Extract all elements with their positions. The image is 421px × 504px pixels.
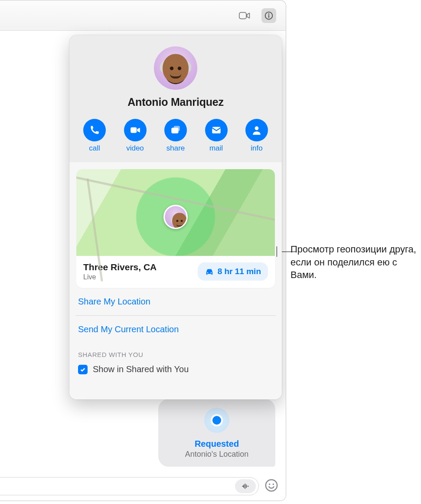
emoji-picker-button[interactable] — [265, 479, 278, 494]
directions-eta-button[interactable]: 8 hr 11 min — [198, 262, 268, 281]
details-popover: Antonio Manriquez call video share — [69, 35, 282, 399]
bubble-subtitle: Antonio's Location — [165, 450, 268, 459]
audio-record-button[interactable] — [235, 479, 256, 493]
action-call-label: call — [89, 144, 100, 153]
send-current-location-link[interactable]: Send My Current Location — [76, 316, 275, 343]
phone-icon — [83, 119, 106, 141]
location-dot-icon — [204, 408, 229, 433]
message-input[interactable] — [0, 477, 259, 495]
show-in-shared-toggle[interactable]: Show in Shared with You — [76, 363, 275, 381]
mail-icon — [205, 119, 228, 141]
action-share[interactable]: share — [159, 119, 192, 153]
popover-header: Antonio Manriquez — [69, 35, 282, 116]
action-call[interactable]: call — [78, 119, 111, 153]
video-icon — [124, 119, 147, 141]
svg-rect-7 — [131, 128, 137, 133]
location-place: Three Rivers, CA — [83, 262, 157, 272]
info-icon — [263, 11, 274, 20]
action-row: call video share mail — [69, 116, 282, 162]
contact-avatar[interactable] — [154, 46, 197, 90]
share-my-location-link[interactable]: Share My Location — [76, 288, 275, 315]
location-card[interactable]: Three Rivers, CA Live 8 hr 11 min — [76, 169, 275, 288]
shared-with-you-label: SHARED WITH YOU — [76, 343, 275, 363]
waveform-icon — [242, 482, 249, 490]
contact-name: Antonio Manriquez — [78, 96, 273, 108]
details-info-button[interactable] — [261, 8, 276, 23]
popover-body: Three Rivers, CA Live 8 hr 11 min Share … — [69, 162, 282, 399]
video-camera-icon — [239, 11, 250, 20]
action-share-label: share — [166, 144, 185, 153]
car-icon — [205, 268, 214, 275]
messages-window: Requested Antonio's Location — [0, 0, 286, 501]
svg-point-4 — [266, 480, 277, 491]
action-mail-label: mail — [209, 144, 223, 153]
window-toolbar — [0, 0, 286, 31]
action-mail[interactable]: mail — [200, 119, 233, 153]
smile-icon — [265, 479, 278, 492]
checkbox-checked-icon — [78, 365, 88, 374]
action-info[interactable]: info — [240, 119, 273, 153]
svg-point-11 — [255, 126, 259, 130]
location-footer: Three Rivers, CA Live 8 hr 11 min — [76, 256, 275, 288]
compose-bar — [0, 472, 286, 501]
map-preview[interactable] — [76, 169, 275, 256]
svg-point-5 — [269, 484, 271, 485]
contact-info-icon — [245, 119, 268, 141]
svg-point-12 — [207, 272, 208, 273]
svg-rect-9 — [174, 126, 180, 131]
svg-point-2 — [268, 13, 270, 14]
svg-point-6 — [273, 484, 274, 485]
location-status: Live — [83, 273, 157, 281]
action-video-label: video — [126, 144, 144, 153]
show-in-shared-label: Show in Shared with You — [93, 364, 189, 374]
svg-rect-0 — [239, 12, 246, 19]
annotation-callout: Просмотр геопозиции друга, если он подел… — [290, 243, 416, 281]
location-request-bubble[interactable]: Requested Antonio's Location — [158, 399, 275, 467]
action-info-label: info — [251, 144, 262, 153]
svg-point-13 — [210, 272, 212, 273]
screenshare-icon — [164, 119, 187, 141]
svg-rect-3 — [268, 15, 269, 18]
eta-text: 8 hr 11 min — [218, 267, 261, 276]
memoji-icon — [158, 50, 193, 86]
facetime-button[interactable] — [237, 8, 252, 23]
bubble-title: Requested — [165, 439, 268, 449]
action-video[interactable]: video — [119, 119, 152, 153]
map-pin-avatar — [163, 205, 188, 229]
